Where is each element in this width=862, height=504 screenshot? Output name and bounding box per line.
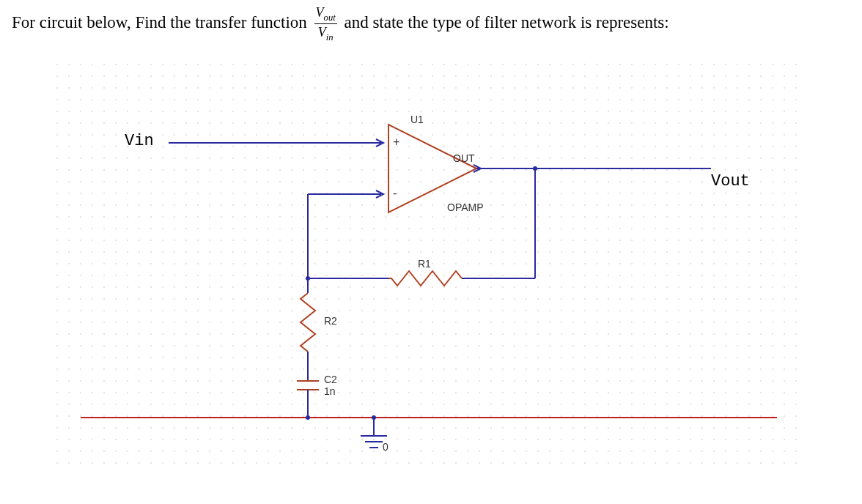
transfer-fraction: Vout Vin [314, 6, 337, 42]
r1-label: R1 [418, 258, 431, 270]
question-prefix: For circuit below, Find the transfer fun… [12, 13, 312, 32]
question-suffix: and state the type of filter network is … [344, 13, 668, 32]
opamp-triangle [388, 125, 476, 212]
r2-label: R2 [324, 315, 337, 327]
node-gnd-join [306, 415, 310, 420]
u1-label: U1 [410, 114, 424, 125]
opamp-minus: - [393, 187, 397, 200]
resistor-r2 [301, 293, 315, 352]
opamp-label: OPAMP [447, 201, 484, 213]
opamp-plus: + [393, 136, 399, 149]
question-text: For circuit below, Find the transfer fun… [12, 6, 669, 42]
resistor-r1 [388, 271, 462, 286]
c2-value: 1n [324, 385, 336, 397]
gnd-label: 0 [383, 441, 388, 453]
circuit-diagram: Vin Vout U1 + - OUT OPAMP R1 R2 C2 1n 0 [51, 59, 799, 469]
vin-label: Vin [125, 132, 154, 150]
vout-label: Vout [711, 172, 750, 190]
node-gnd-tap [372, 415, 376, 420]
out-pin-label: OUT [453, 152, 475, 164]
node-out [533, 166, 537, 171]
c2-label: C2 [324, 374, 337, 385]
